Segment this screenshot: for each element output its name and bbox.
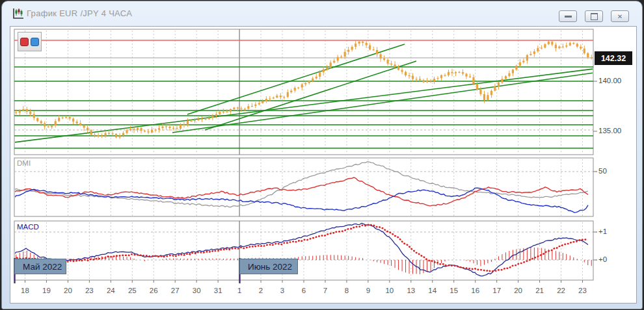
indicator-tick-label: +0 — [598, 255, 607, 263]
minimize-icon — [565, 16, 572, 18]
blue-marker-button[interactable] — [31, 38, 39, 46]
chart-window: График EUR /JPY 4 ЧАСА ✕ — [1, 1, 643, 309]
date-axis-label: 8 — [338, 287, 355, 294]
minimize-button[interactable] — [559, 10, 577, 22]
price-tick-label: 135.00 — [598, 127, 621, 135]
date-axis-label: 3 — [274, 287, 291, 294]
date-axis-label: 21 — [531, 287, 548, 294]
red-marker-button[interactable] — [20, 38, 29, 46]
current-price-badge: 142.32 — [595, 51, 632, 65]
candlestick-chart-icon — [12, 7, 25, 20]
date-axis-label: 16 — [467, 287, 484, 294]
date-axis-label: 25 — [124, 287, 141, 294]
date-axis-label: 7 — [317, 287, 334, 294]
chart-client-area — [10, 26, 637, 304]
date-axis-label: 30 — [188, 287, 205, 294]
date-axis-label: 9 — [360, 287, 377, 294]
titlebar[interactable]: График EUR /JPY 4 ЧАСА ✕ — [2, 1, 642, 26]
drawing-toolbar — [18, 32, 42, 51]
date-axis-label: 2 — [252, 287, 269, 294]
date-axis-label: 15 — [446, 287, 463, 294]
date-axis-label: 27 — [167, 287, 183, 294]
close-button[interactable]: ✕ — [611, 10, 629, 22]
date-axis-label: 1 — [231, 287, 248, 294]
date-axis-label: 17 — [489, 287, 505, 294]
macd-panel-label: MACD — [17, 223, 39, 231]
date-axis-label: 10 — [381, 287, 398, 294]
date-axis-label: 23 — [574, 287, 591, 294]
screen: График EUR /JPY 4 ЧАСА ✕ DMI MACD 142.32… — [0, 0, 644, 310]
date-axis-label: 31 — [209, 287, 226, 294]
dmi-panel-label: DMI — [17, 159, 31, 167]
indicator-tick-label: +1 — [598, 227, 607, 235]
date-axis-label: 6 — [295, 287, 312, 294]
price-tick-label: 140.00 — [598, 77, 621, 84]
date-axis-label: 20 — [510, 287, 527, 294]
close-icon: ✕ — [617, 13, 623, 20]
date-axis-label: 20 — [59, 287, 76, 294]
maximize-button[interactable] — [585, 10, 603, 22]
month-label: Май 2022 — [14, 259, 66, 274]
date-axis-label: 18 — [16, 287, 33, 294]
date-axis-label: 14 — [424, 287, 441, 294]
month-label: Июнь 2022 — [239, 259, 298, 274]
date-axis-label: 26 — [145, 287, 162, 294]
date-axis-label: 23 — [81, 287, 98, 294]
date-axis-label: 24 — [102, 287, 119, 294]
date-axis-label: 22 — [553, 287, 570, 294]
window-title: График EUR /JPY 4 ЧАСА — [27, 8, 132, 18]
indicator-tick-label: 50 — [598, 167, 607, 175]
date-axis-label: 19 — [38, 287, 55, 294]
maximize-icon — [591, 13, 598, 20]
date-axis-label: 13 — [403, 287, 420, 294]
